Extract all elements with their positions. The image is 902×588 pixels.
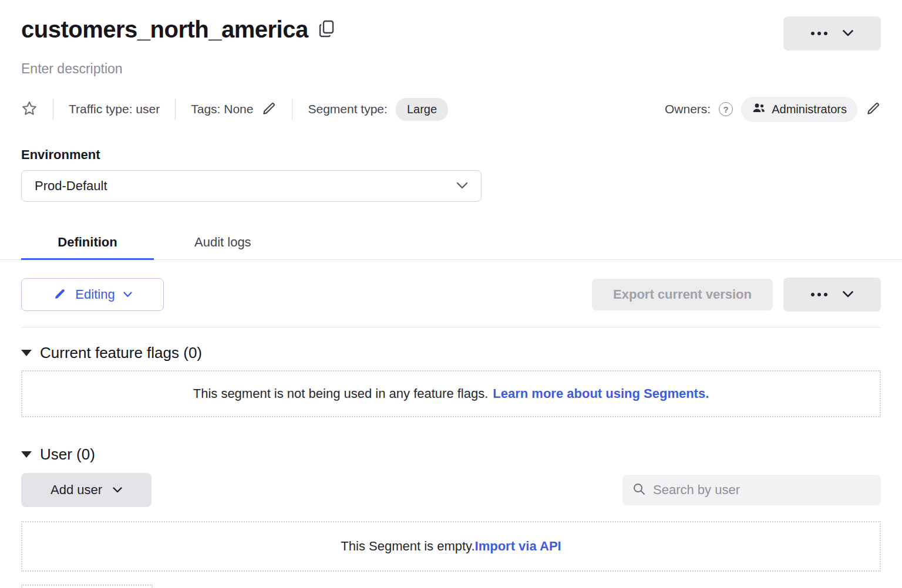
- search-icon: [632, 482, 646, 498]
- user-section-header[interactable]: User (0): [21, 445, 881, 464]
- header-more-menu-button[interactable]: [783, 16, 881, 50]
- add-user-button[interactable]: Add user: [21, 473, 152, 507]
- editing-label: Editing: [75, 287, 115, 302]
- editing-mode-button[interactable]: Editing: [21, 278, 164, 311]
- divider: [21, 327, 881, 327]
- owners-pill[interactable]: Administrators: [741, 97, 857, 122]
- environment-select[interactable]: Prod-Default: [21, 170, 482, 202]
- user-empty-text: This Segment is empty.: [341, 539, 474, 554]
- page-title: customers_north_america: [21, 16, 308, 43]
- divider: [175, 99, 176, 120]
- chevron-down-icon: [843, 29, 853, 38]
- description-placeholder[interactable]: Enter description: [0, 50, 902, 77]
- learn-more-link[interactable]: Learn more about using Segments.: [493, 386, 709, 401]
- user-controls-row: Add user: [21, 473, 881, 507]
- owners-label: Owners:: [665, 102, 711, 116]
- people-icon: [752, 102, 766, 117]
- segment-type-badge: Large: [396, 98, 448, 121]
- feature-flags-heading: Current feature flags (0): [40, 344, 202, 362]
- ellipsis-icon: [811, 32, 827, 35]
- environment-selected-value: Prod-Default: [35, 178, 107, 194]
- page-header: customers_north_america: [0, 0, 902, 50]
- copy-icon: [319, 20, 334, 39]
- pencil-icon: [866, 101, 881, 118]
- import-via-api-link[interactable]: Import via API: [475, 539, 561, 554]
- chevron-down-icon: [456, 181, 468, 191]
- collapse-caret-icon: [21, 350, 32, 356]
- help-question-icon[interactable]: ?: [719, 102, 733, 116]
- environment-label: Environment: [21, 147, 881, 163]
- user-heading: User (0): [40, 445, 95, 464]
- tab-bar: Definition Audit logs: [0, 225, 902, 260]
- tags-label: Tags: None: [191, 102, 253, 116]
- collapse-caret-icon: [21, 451, 32, 458]
- pencil-icon: [53, 287, 67, 303]
- favorite-star-button[interactable]: [21, 100, 38, 119]
- search-input[interactable]: [653, 482, 871, 498]
- user-search-field[interactable]: [622, 475, 881, 505]
- segment-type-label: Segment type:: [308, 102, 387, 116]
- user-empty-state: This Segment is empty. Import via API: [21, 521, 881, 572]
- edit-tags-button[interactable]: [261, 101, 277, 118]
- meta-row: Traffic type: user Tags: None Segment ty…: [21, 96, 881, 123]
- traffic-type-label: Traffic type: user: [69, 102, 160, 116]
- partial-box: [21, 584, 153, 588]
- star-icon: [21, 100, 38, 119]
- ellipsis-icon: [811, 293, 827, 296]
- tab-audit-logs[interactable]: Audit logs: [189, 225, 257, 259]
- definition-toolbar: Editing Export current version: [21, 278, 881, 312]
- chevron-down-icon: [123, 290, 132, 299]
- divider: [292, 99, 292, 120]
- divider: [53, 99, 53, 120]
- feature-flags-empty-state: This segment is not being used in any fe…: [21, 370, 881, 417]
- chevron-down-icon: [843, 290, 853, 299]
- segment-detail-page: customers_north_america Enter descriptio…: [0, 0, 902, 588]
- copy-name-button[interactable]: [319, 20, 334, 39]
- edit-owners-button[interactable]: [866, 101, 881, 118]
- chevron-down-icon: [113, 486, 122, 495]
- toolbar-more-menu-button[interactable]: [783, 278, 881, 312]
- pencil-icon: [261, 101, 277, 118]
- feature-flags-empty-text: This segment is not being used in any fe…: [193, 386, 489, 401]
- owners-value: Administrators: [772, 103, 847, 116]
- export-current-version-button[interactable]: Export current version: [592, 279, 773, 310]
- feature-flags-section-header[interactable]: Current feature flags (0): [21, 344, 881, 362]
- tab-definition[interactable]: Definition: [21, 225, 154, 259]
